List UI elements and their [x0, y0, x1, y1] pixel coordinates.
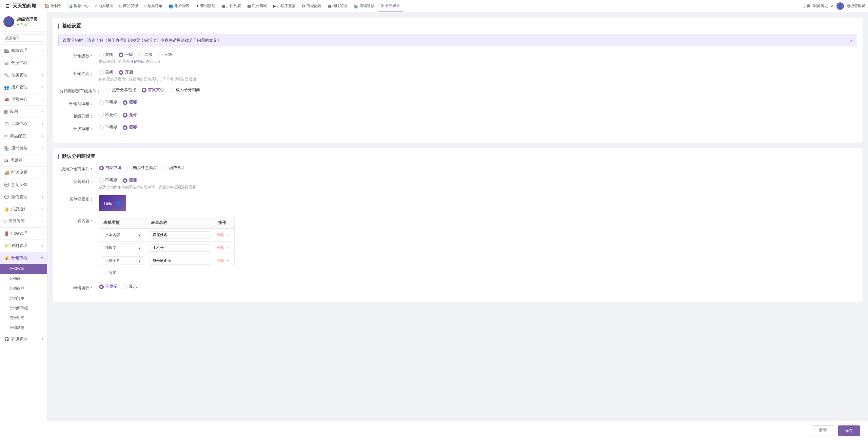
- sidebar-item-feedback[interactable]: 💬意见反馈: [0, 179, 47, 191]
- complete-info-no-option[interactable]: 不需要: [99, 177, 117, 183]
- sidebar-item-coupons[interactable]: 🎟优惠券: [0, 154, 47, 166]
- sidebar-item-apps[interactable]: ▦应用 ›: [0, 106, 47, 118]
- nav-item-console[interactable]: 🏠控制台: [42, 0, 64, 12]
- sidebar-item-profile[interactable]: 📁资料管理 ›: [0, 240, 47, 252]
- agreement-hide-radio[interactable]: [99, 285, 104, 289]
- sidebar-item-order-center[interactable]: 📋订单中心 ›: [0, 118, 47, 130]
- level-three-option[interactable]: 三级: [158, 52, 172, 58]
- home-link[interactable]: 主页: [803, 3, 810, 8]
- history-link[interactable]: 浏览历史: [813, 3, 828, 8]
- nav-item-users[interactable]: 👥用户列表: [166, 0, 192, 12]
- nav-item-shop[interactable]: 🏪店铺装修: [351, 0, 377, 12]
- level-close-radio[interactable]: [99, 53, 104, 57]
- nav-item-template[interactable]: ▦模版管理: [325, 0, 350, 12]
- save-button[interactable]: 保存: [838, 425, 860, 436]
- agreement-show-radio[interactable]: [123, 285, 127, 289]
- become-self-option[interactable]: 自助申请: [99, 165, 121, 171]
- upgrade-audit-yes-option[interactable]: 需要: [123, 125, 137, 130]
- level-one-option[interactable]: 一级: [119, 52, 133, 58]
- complete-info-yes-radio[interactable]: [123, 178, 127, 183]
- complete-info-yes-option[interactable]: 需要: [123, 177, 137, 183]
- audit-no-option[interactable]: 不需要: [99, 100, 117, 105]
- sidebar-item-user-management[interactable]: 👥用户管理 ›: [0, 81, 47, 93]
- search-input[interactable]: [3, 34, 44, 42]
- sidebar-sub-item-distribution-products[interactable]: 分销商品: [0, 284, 47, 293]
- row1-name-input[interactable]: [150, 231, 211, 239]
- reset-button[interactable]: 重置: [812, 425, 834, 436]
- nav-item-auction[interactable]: ○拍卖场次: [92, 0, 116, 12]
- sidebar-item-operations[interactable]: 📣运营中心 ›: [0, 93, 47, 105]
- audit-no-radio[interactable]: [99, 100, 104, 105]
- nav-item-group[interactable]: ▦拼团列表: [219, 0, 244, 12]
- row2-add-icon[interactable]: ＋: [225, 245, 230, 251]
- sidebar-item-mall-management[interactable]: 🏬商城管理 ›: [0, 45, 47, 57]
- row3-delete-button[interactable]: 删除: [217, 258, 224, 263]
- sidebar-item-wechat[interactable]: 💬微信管理 ›: [0, 191, 47, 203]
- sidebar-sub-item-distribution-dynamics[interactable]: 分销动态: [0, 323, 47, 333]
- sidebar-item-delivery[interactable]: 🚚配送设置 ›: [0, 167, 47, 179]
- row1-delete-button[interactable]: 删除: [217, 232, 224, 237]
- sidebar-sub-item-commission-detail[interactable]: 佣金明细: [0, 313, 47, 323]
- sidebar-sub-item-distribution-settings[interactable]: 分销设置: [0, 264, 47, 274]
- agreement-show-option[interactable]: 显示: [123, 284, 137, 290]
- sidebar-item-distribution-center[interactable]: 💰分销中心 ∨: [0, 252, 47, 264]
- sidebar-item-portal[interactable]: 🚪门站管理 ›: [0, 228, 47, 239]
- level-two-radio[interactable]: [138, 53, 143, 57]
- nav-item-marketing[interactable]: ★营销活动: [193, 0, 218, 12]
- sidebar-item-auction-management[interactable]: 🔨拍卖管理 ›: [0, 69, 47, 81]
- level-close-option[interactable]: 关闭: [99, 52, 113, 58]
- sidebar-item-product-config[interactable]: ⚙商品配置 ›: [0, 130, 47, 142]
- row1-add-icon[interactable]: ＋: [225, 232, 230, 238]
- form-bg-preview[interactable]: TmE 👤: [99, 195, 126, 211]
- sidebar-sub-item-distribution-levels[interactable]: 分销商等级: [0, 303, 47, 313]
- rebate-open-radio[interactable]: [119, 70, 123, 75]
- hamburger-button[interactable]: ☰: [3, 3, 13, 9]
- notice-close-button[interactable]: ×: [850, 38, 853, 43]
- row3-type-select[interactable]: 上传图片 ∨: [102, 256, 144, 265]
- sidebar-item-notifications[interactable]: 🔔消息通知 ›: [0, 203, 47, 215]
- audit-yes-option[interactable]: 需要: [123, 100, 137, 105]
- rebate-close-option[interactable]: 关闭: [99, 69, 113, 75]
- sidebar-item-customer-service[interactable]: 🎧客服管理 ›: [0, 333, 47, 345]
- become-consume-option[interactable]: 消费累计: [163, 165, 185, 171]
- close-icon[interactable]: ✕: [831, 4, 834, 8]
- sidebar-item-shop-decoration[interactable]: 🏪店铺装修 ›: [0, 142, 47, 154]
- sidebar-item-goods-management[interactable]: □商品管理 ›: [0, 215, 47, 227]
- condition-click-option[interactable]: 点击分享链接: [106, 87, 136, 93]
- condition-first-pay-radio[interactable]: [142, 88, 146, 92]
- level-three-radio[interactable]: [158, 53, 163, 57]
- upgrade-yes-radio[interactable]: [123, 113, 127, 118]
- audit-yes-radio[interactable]: [123, 100, 127, 105]
- upgrade-audit-yes-radio[interactable]: [123, 125, 127, 130]
- nav-item-distribution[interactable]: ⚙分销设置: [378, 0, 403, 12]
- level-two-option[interactable]: 二级: [138, 52, 153, 58]
- complete-info-no-radio[interactable]: [99, 178, 104, 183]
- condition-become-radio[interactable]: [170, 88, 174, 92]
- nav-item-config[interactable]: ⚙商城配置: [299, 0, 324, 12]
- row2-delete-button[interactable]: 删除: [217, 245, 224, 250]
- upgrade-audit-no-radio[interactable]: [99, 125, 104, 130]
- condition-first-pay-option[interactable]: 首次支付: [142, 87, 164, 93]
- nav-item-points[interactable]: ▦积分商城: [244, 0, 270, 12]
- row2-type-select[interactable]: 纯数字 ∨: [102, 244, 144, 252]
- nav-item-data[interactable]: 📊数据中心: [65, 0, 92, 12]
- rebate-open-option[interactable]: 开启: [119, 69, 133, 75]
- row2-name-input[interactable]: [150, 244, 211, 252]
- agreement-hide-option[interactable]: 不显示: [99, 284, 117, 290]
- become-buy-option[interactable]: 购买任意商品: [127, 165, 157, 171]
- condition-become-option[interactable]: 成为子分销商: [170, 87, 200, 93]
- become-consume-radio[interactable]: [163, 166, 167, 170]
- level-one-radio[interactable]: [119, 53, 123, 57]
- nav-item-products[interactable]: □商品管理: [117, 0, 140, 12]
- nav-item-orders[interactable]: ○拍卖订单: [141, 0, 165, 12]
- row3-name-input[interactable]: [150, 257, 211, 265]
- upgrade-no-radio[interactable]: [99, 113, 104, 118]
- row3-add-icon[interactable]: ＋: [225, 258, 230, 264]
- condition-click-radio[interactable]: [106, 88, 111, 92]
- upgrade-audit-no-option[interactable]: 不需要: [99, 125, 117, 130]
- upgrade-no-option[interactable]: 不允许: [99, 112, 117, 118]
- upgrade-yes-option[interactable]: 允许: [123, 112, 137, 118]
- row1-type-select[interactable]: 文本内容 ∨: [102, 231, 144, 239]
- become-self-radio[interactable]: [99, 166, 104, 170]
- rebate-close-radio[interactable]: [99, 70, 104, 75]
